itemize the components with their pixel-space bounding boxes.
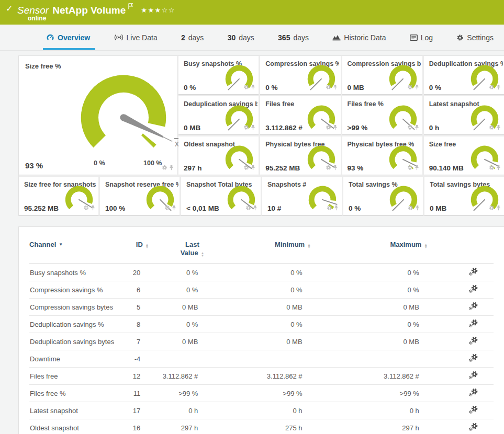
- gear-icon[interactable]: [245, 203, 251, 213]
- gauge-cell[interactable]: Size free 90.140 MB: [424, 136, 504, 175]
- gear-icon[interactable]: [326, 83, 331, 92]
- flag-icon[interactable]: [128, 2, 133, 11]
- pin-icon[interactable]: [415, 123, 419, 132]
- gauge-cell[interactable]: Snapshot reserve free % 100 %: [100, 177, 180, 215]
- gauge-cell[interactable]: Files free % >99 %: [342, 96, 422, 135]
- channel-row[interactable]: Deduplication savings bytes 7 0 MB 0 MB …: [29, 333, 494, 350]
- pin-icon[interactable]: [251, 83, 255, 92]
- gear-icon[interactable]: [407, 83, 413, 92]
- gauge-cell[interactable]: Busy snapshots % 0 %: [178, 56, 259, 95]
- gear-icon[interactable]: [407, 123, 413, 132]
- gear-icon[interactable]: [489, 203, 495, 213]
- channel-row[interactable]: Files free % 11 >99 % >99 % >99 %: [29, 385, 494, 402]
- priority-stars[interactable]: ★★★☆☆: [141, 6, 175, 14]
- channel-row[interactable]: Busy snapshots % 20 0 % 0 % 0 %: [29, 264, 494, 281]
- channel-name[interactable]: Deduplication savings %: [29, 316, 118, 333]
- channel-settings-icon[interactable]: [469, 285, 478, 294]
- tab-2-days[interactable]: 2days: [181, 25, 204, 50]
- gear-icon[interactable]: [327, 203, 332, 213]
- pin-icon[interactable]: [172, 203, 176, 213]
- channel-name[interactable]: Files free: [29, 368, 118, 385]
- pin-icon[interactable]: [415, 163, 419, 173]
- gear-icon[interactable]: [243, 123, 249, 132]
- gear-icon[interactable]: [164, 203, 170, 213]
- gear-icon[interactable]: [407, 163, 413, 173]
- gauge-cell[interactable]: Snapshots # 10 #: [262, 177, 342, 215]
- gear-icon[interactable]: [243, 163, 249, 173]
- column-header-id[interactable]: ID▲▼: [118, 241, 149, 264]
- gauge-cell[interactable]: Oldest snapshot 297 h: [178, 136, 259, 175]
- gauge-cell[interactable]: Files free 3.112.862 #: [260, 96, 340, 135]
- gear-icon[interactable]: [83, 203, 89, 213]
- channel-row[interactable]: Compression savings bytes 5 0 MB 0 MB 0 …: [29, 299, 494, 316]
- gauge-cell[interactable]: Physical bytes free % 93 %: [342, 136, 422, 175]
- pin-icon[interactable]: [496, 123, 501, 132]
- gauge-cell[interactable]: Compression savings % 0 %: [260, 56, 340, 95]
- tab-overview[interactable]: Overview: [46, 25, 90, 50]
- channel-name[interactable]: Latest snapshot: [29, 402, 118, 419]
- channel-settings-icon[interactable]: [469, 423, 478, 432]
- gauge-cell[interactable]: Physical bytes free 95.252 MB: [260, 136, 340, 175]
- gauge-cell[interactable]: Latest snapshot 0 h: [424, 96, 504, 135]
- channel-settings-icon[interactable]: [469, 371, 478, 381]
- pin-icon[interactable]: [333, 83, 338, 92]
- pin-icon[interactable]: [91, 203, 95, 213]
- pin-icon[interactable]: [334, 203, 339, 213]
- pin-icon[interactable]: [415, 203, 420, 213]
- channel-row[interactable]: Oldest snapshot 16 297 h 275 h 297 h: [29, 419, 494, 434]
- channel-row[interactable]: Compression savings % 6 0 % 0 % 0 %: [29, 281, 494, 299]
- gauge-cell[interactable]: Deduplication savings % 0 %: [424, 56, 504, 95]
- pin-icon[interactable]: [169, 163, 174, 173]
- column-header-channel[interactable]: Channel▼: [29, 241, 118, 264]
- pin-icon[interactable]: [333, 123, 338, 132]
- gauge-cell[interactable]: Size free for snapshots 95.252 MB: [19, 177, 98, 215]
- channel-row[interactable]: Downtime -4: [29, 350, 494, 368]
- channel-settings-icon[interactable]: [469, 268, 478, 277]
- channel-settings-icon[interactable]: [469, 406, 478, 415]
- gauge-cell[interactable]: Snapshot Total bytes < 0,01 MB: [181, 177, 261, 215]
- channel-settings-icon[interactable]: [469, 354, 478, 363]
- channel-settings-icon[interactable]: [469, 337, 478, 346]
- tab-historic-data[interactable]: Historic Data: [332, 25, 386, 50]
- channel-name[interactable]: Compression savings bytes: [29, 299, 118, 316]
- channel-row[interactable]: Deduplication savings % 8 0 % 0 % 0 %: [29, 316, 494, 333]
- gauge-cell-primary[interactable]: Size free % x 0 % 100 % 93 %: [19, 56, 177, 175]
- pin-icon[interactable]: [251, 123, 255, 132]
- pin-icon[interactable]: [333, 163, 338, 173]
- channel-name[interactable]: Oldest snapshot: [29, 419, 118, 434]
- column-header-minimum[interactable]: Minimum▲▼: [206, 241, 310, 264]
- gear-icon[interactable]: [243, 83, 249, 92]
- tab-30-days[interactable]: 30days: [228, 25, 254, 50]
- gear-icon[interactable]: [489, 163, 495, 173]
- gauge-cell[interactable]: Total savings bytes 0 MB: [424, 177, 504, 215]
- tab-live-data[interactable]: Live Data: [114, 25, 158, 50]
- gear-icon[interactable]: [326, 163, 331, 173]
- channel-name[interactable]: Busy snapshots %: [29, 264, 118, 281]
- tab-log[interactable]: Log: [410, 25, 433, 50]
- tab-365-days[interactable]: 365days: [278, 25, 309, 50]
- column-header-maximum[interactable]: Maximum▲▼: [311, 241, 428, 264]
- gauge-cell[interactable]: Total savings % 0 %: [343, 177, 423, 215]
- pin-icon[interactable]: [253, 203, 257, 213]
- channel-name[interactable]: Downtime: [29, 350, 118, 368]
- gauge-cell[interactable]: Compression savings bytes 0 MB: [342, 56, 422, 95]
- pin-icon[interactable]: [251, 163, 255, 173]
- channel-row[interactable]: Files free 12 3.112.862 # 3.112.862 # 3.…: [29, 368, 494, 385]
- gear-icon[interactable]: [162, 163, 167, 173]
- channel-row[interactable]: Latest snapshot 17 0 h 0 h 0 h: [29, 402, 494, 419]
- channel-name[interactable]: Files free %: [29, 385, 118, 402]
- channel-settings-icon[interactable]: [469, 389, 478, 398]
- channel-name[interactable]: Compression savings %: [29, 281, 118, 299]
- gear-icon[interactable]: [408, 203, 413, 213]
- pin-icon[interactable]: [415, 83, 419, 92]
- pin-icon[interactable]: [496, 163, 501, 173]
- channel-name[interactable]: Deduplication savings bytes: [29, 333, 118, 350]
- gear-icon[interactable]: [489, 123, 495, 132]
- pin-icon[interactable]: [496, 203, 501, 213]
- gear-icon[interactable]: [326, 123, 331, 132]
- channel-settings-icon[interactable]: [469, 302, 478, 312]
- column-header-last-value[interactable]: Last Value▲▼: [149, 241, 206, 264]
- tab-settings[interactable]: Settings: [456, 25, 494, 50]
- channel-settings-icon[interactable]: [469, 319, 478, 329]
- pin-icon[interactable]: [496, 83, 501, 92]
